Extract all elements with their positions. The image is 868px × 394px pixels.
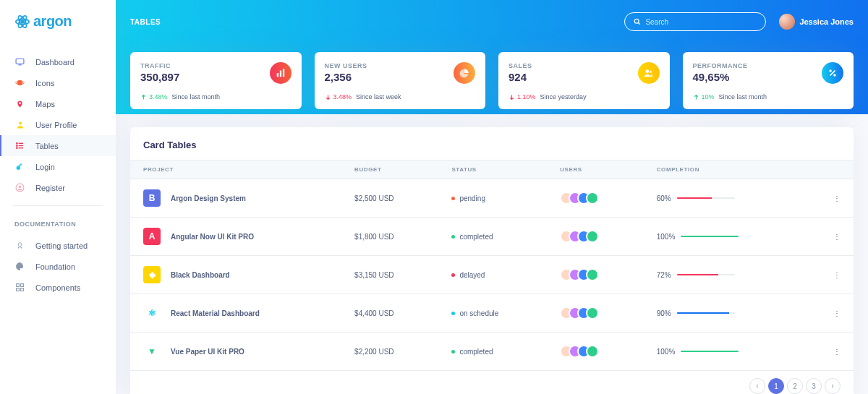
status-text: completed xyxy=(459,348,493,356)
page-1-button[interactable]: 1 xyxy=(768,378,784,394)
stat-since: Since last month xyxy=(719,93,767,100)
docs-item-getting-started[interactable]: Getting started xyxy=(0,235,116,256)
stat-pct: 1.10% xyxy=(517,93,536,100)
docs-item-label: Getting started xyxy=(35,241,88,250)
status-cell: completed xyxy=(451,348,534,356)
svg-point-12 xyxy=(17,143,17,144)
stat-card-traffic: TRAFFIC350,8973.48%Since last month xyxy=(130,52,302,109)
progress-bar xyxy=(681,236,739,237)
sidebar-item-label: Tables xyxy=(35,142,59,150)
page-prev-button[interactable] xyxy=(749,378,765,394)
sidebar-item-label: Maps xyxy=(35,100,55,108)
stat-trend: 10%Since last month xyxy=(693,93,844,100)
svg-point-30 xyxy=(829,69,832,72)
page-2-button[interactable]: 2 xyxy=(787,378,803,394)
table-row[interactable]: ◆Black Dashboard$3,150 USDdelayed72%⋮ xyxy=(130,256,854,294)
svg-rect-25 xyxy=(276,73,278,77)
status-text: completed xyxy=(459,233,493,241)
svg-point-14 xyxy=(17,147,17,148)
sidebar-item-user-profile[interactable]: User Profile xyxy=(0,114,116,135)
sidebar-item-maps[interactable]: Maps xyxy=(0,93,116,114)
svg-rect-20 xyxy=(21,284,24,287)
stat-trend: 3.48%Since last week xyxy=(325,93,476,100)
completion-pct: 100% xyxy=(657,348,676,356)
progress-bar xyxy=(677,197,735,199)
svg-rect-16 xyxy=(18,163,22,167)
status-text: delayed xyxy=(459,271,485,279)
search-input[interactable] xyxy=(645,18,757,26)
docs-item-components[interactable]: Components xyxy=(0,277,116,298)
progress-bar xyxy=(681,351,739,352)
status-cell: pending xyxy=(451,194,534,202)
project-name: Angular Now UI Kit PRO xyxy=(171,233,254,241)
card-title: Card Tables xyxy=(130,127,854,160)
svg-rect-19 xyxy=(17,284,20,287)
stat-trend: 1.10%Since yesterday xyxy=(509,93,660,100)
table-row[interactable]: BArgon Design System$2,500 USDpending60%… xyxy=(130,179,854,218)
table-row[interactable]: AAngular Now UI Kit PRO$1,800 USDcomplet… xyxy=(130,218,854,256)
user-icon xyxy=(14,119,25,130)
row-actions-button[interactable]: ⋮ xyxy=(804,218,854,256)
users-icon xyxy=(638,62,660,84)
brand[interactable]: argon xyxy=(0,0,116,48)
sidebar-item-tables[interactable]: Tables xyxy=(0,135,116,156)
docs-item-label: Foundation xyxy=(35,262,75,271)
users-avatars xyxy=(560,307,631,320)
table-row[interactable]: ▼Vue Paper UI Kit PRO$2,200 USDcompleted… xyxy=(130,333,854,371)
docs-heading: DOCUMENTATION xyxy=(0,210,116,232)
row-actions-button[interactable]: ⋮ xyxy=(804,294,854,333)
status-dot xyxy=(451,350,455,354)
sidebar-item-register[interactable]: Register xyxy=(0,177,116,198)
sidebar-item-icons[interactable]: Icons xyxy=(0,72,116,93)
svg-rect-27 xyxy=(282,69,284,77)
completion-pct: 72% xyxy=(657,271,671,279)
stat-card-new-users: NEW USERS2,3563.48%Since last week xyxy=(315,52,486,109)
pin-icon xyxy=(14,98,25,109)
stat-value: 49,65% xyxy=(693,71,844,83)
stat-trend: 3.48%Since last month xyxy=(140,93,292,100)
search-box[interactable] xyxy=(624,12,766,31)
divider xyxy=(13,205,103,206)
stat-title: SALES xyxy=(509,62,660,69)
sidebar-item-dashboard[interactable]: Dashboard xyxy=(0,51,116,72)
page-3-button[interactable]: 3 xyxy=(806,378,822,394)
avatar xyxy=(586,230,599,243)
planet-icon xyxy=(14,77,25,88)
sidebar-item-login[interactable]: Login xyxy=(0,156,116,177)
user-menu[interactable]: Jessica Jones xyxy=(779,14,854,30)
users-avatars xyxy=(560,268,631,281)
completion-cell: 100% xyxy=(657,233,791,241)
column-header: BUDGET xyxy=(341,160,438,179)
page-next-button[interactable] xyxy=(825,378,841,394)
stat-title: TRAFFIC xyxy=(140,62,292,69)
svg-point-31 xyxy=(833,74,836,77)
arrow-up-icon xyxy=(140,94,147,100)
row-actions-button[interactable]: ⋮ xyxy=(804,179,854,218)
stat-pct: 3.48% xyxy=(149,93,168,100)
row-actions-button[interactable]: ⋮ xyxy=(804,256,854,294)
status-dot xyxy=(451,235,455,239)
budget-cell: $4,400 USD xyxy=(341,294,438,333)
svg-rect-26 xyxy=(279,71,281,77)
avatar xyxy=(586,268,599,281)
row-actions-button[interactable]: ⋮ xyxy=(804,333,854,371)
project-logo: ▼ xyxy=(143,343,161,360)
stat-since: Since yesterday xyxy=(540,93,587,100)
completion-pct: 100% xyxy=(657,233,676,241)
column-header: COMPLETION xyxy=(644,160,804,179)
stats-row: TRAFFIC350,8973.48%Since last monthNEW U… xyxy=(130,52,854,109)
sidebar-item-label: User Profile xyxy=(35,121,77,129)
stat-value: 350,897 xyxy=(140,71,292,83)
stat-title: PERFORMANCE xyxy=(693,62,844,69)
sidebar-item-label: Icons xyxy=(35,79,54,87)
ui-icon xyxy=(14,282,25,293)
users-avatars xyxy=(560,192,631,205)
avatar xyxy=(586,307,599,320)
svg-rect-4 xyxy=(16,59,24,64)
sidebar: argon DashboardIconsMapsUser ProfileTabl… xyxy=(0,0,116,394)
stat-title: NEW USERS xyxy=(325,62,476,69)
column-header xyxy=(804,160,854,179)
table-row[interactable]: ⚛React Material Dashboard$4,400 USDon sc… xyxy=(130,294,854,333)
status-cell: delayed xyxy=(451,271,534,279)
docs-item-foundation[interactable]: Foundation xyxy=(0,256,116,277)
